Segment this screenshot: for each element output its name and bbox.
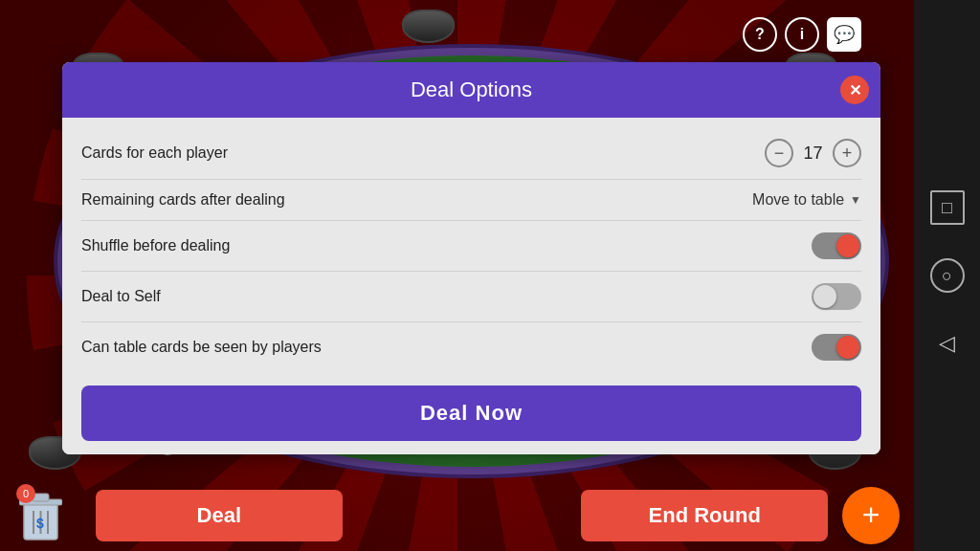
deal-options-dialog: Deal Options ✕ Cards for each player − 1… xyxy=(62,62,880,454)
help-icon[interactable]: ? xyxy=(743,17,777,52)
remaining-cards-row: Remaining cards after dealing Move to ta… xyxy=(81,180,861,221)
deal-now-container: Deal Now xyxy=(62,372,880,454)
cards-visible-row: Can table cards be seen by players xyxy=(81,322,861,372)
svg-text:$: $ xyxy=(36,516,44,531)
home-button[interactable]: ○ xyxy=(930,258,965,293)
dropdown-arrow-icon: ▼ xyxy=(850,193,861,207)
bottom-bar: 0 $ Deal End Round + xyxy=(0,479,914,551)
remaining-cards-value: Move to table xyxy=(752,191,844,209)
dialog-header: Deal Options ✕ xyxy=(62,62,880,118)
cup-top-center xyxy=(402,10,455,43)
recent-apps-button[interactable]: □ xyxy=(930,190,965,225)
system-bar: □ ○ ◁ xyxy=(914,0,980,551)
trash-container: 0 $ xyxy=(14,484,67,546)
deal-to-self-toggle[interactable] xyxy=(812,283,861,310)
cards-visible-label: Can table cards be seen by players xyxy=(81,339,322,356)
deal-to-self-toggle-thumb xyxy=(813,285,836,308)
increment-cards-button[interactable]: + xyxy=(833,139,861,167)
decrement-cards-button[interactable]: − xyxy=(765,139,793,167)
cards-visible-toggle-thumb xyxy=(836,336,859,359)
cards-count-value: 17 xyxy=(801,143,825,164)
cards-per-player-control: − 17 + xyxy=(765,139,861,167)
end-round-button[interactable]: End Round xyxy=(581,490,828,541)
cards-per-player-row: Cards for each player − 17 + xyxy=(81,127,861,180)
dialog-body: Cards for each player − 17 + Remaining c… xyxy=(62,118,880,372)
shuffle-toggle[interactable] xyxy=(812,232,861,259)
shuffle-toggle-thumb xyxy=(836,234,859,257)
deal-button[interactable]: Deal xyxy=(96,490,343,541)
deal-to-self-row: Deal to Self xyxy=(81,272,861,322)
remaining-cards-label: Remaining cards after dealing xyxy=(81,191,285,209)
info-icon[interactable]: i xyxy=(785,17,819,52)
cards-visible-toggle[interactable] xyxy=(812,334,861,361)
shuffle-label: Shuffle before dealing xyxy=(81,237,230,254)
trash-count-badge: 0 xyxy=(16,484,35,503)
dialog-title: Deal Options xyxy=(411,77,532,102)
dialog-close-button[interactable]: ✕ xyxy=(840,76,869,104)
back-button[interactable]: ◁ xyxy=(930,326,965,361)
deal-now-button[interactable]: Deal Now xyxy=(81,386,861,441)
remaining-cards-dropdown[interactable]: Move to table ▼ xyxy=(752,191,861,209)
top-icons-bar: ? i 💬 xyxy=(743,17,861,52)
shuffle-row: Shuffle before dealing xyxy=(81,221,861,272)
game-area: D ? i 💬 Deal Options ✕ Cards for each pl… xyxy=(0,0,914,551)
chat-icon[interactable]: 💬 xyxy=(827,17,861,52)
cards-per-player-label: Cards for each player xyxy=(81,144,228,162)
fab-add-button[interactable]: + xyxy=(842,487,900,544)
deal-to-self-label: Deal to Self xyxy=(81,288,161,305)
